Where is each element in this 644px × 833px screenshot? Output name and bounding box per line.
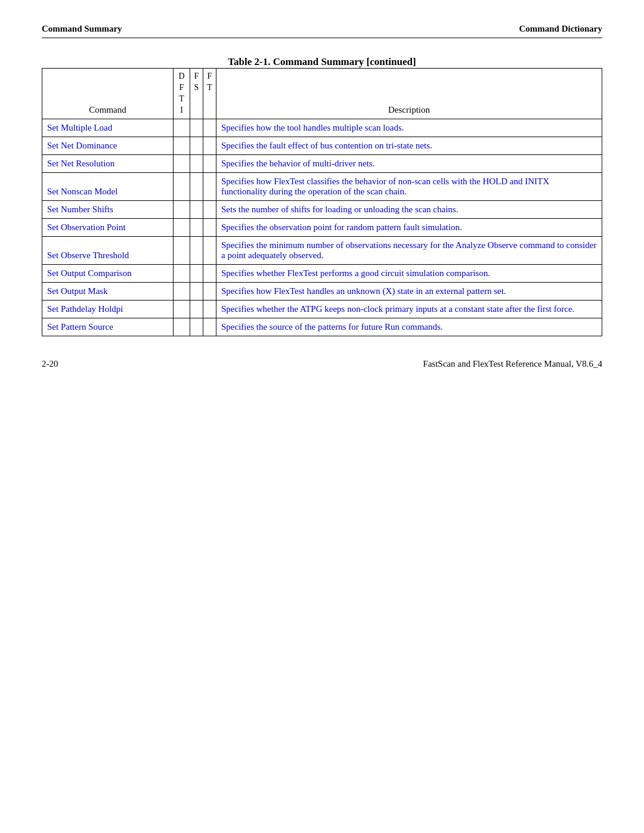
table-cell-command[interactable]: Set Output Comparison: [42, 264, 174, 282]
col-header-command: Command: [42, 69, 174, 119]
table-cell-fs: [190, 282, 203, 300]
table-cell-description: Specifies how the tool handles multiple …: [216, 119, 602, 137]
table-cell-fs: [190, 200, 203, 218]
table-cell-description: Specifies whether the ATPG keeps non-clo…: [216, 300, 602, 318]
table-cell-dftis: [174, 154, 190, 172]
table-cell-ft: [203, 154, 216, 172]
col-header-fs: FS: [190, 69, 203, 119]
table-row: Set Nonscan ModelSpecifies how FlexTest …: [42, 172, 602, 200]
table-row: Set Observation PointSpecifies the obser…: [42, 218, 602, 236]
table-row: Set Net DominanceSpecifies the fault eff…: [42, 137, 602, 154]
table-cell-ft: [203, 236, 216, 264]
table-row: Set Output MaskSpecifies how FlexTest ha…: [42, 282, 602, 300]
page: Command Summary Command Dictionary Table…: [0, 0, 644, 833]
table-cell-dftis: [174, 318, 190, 336]
table-cell-description: Specifies the minimum number of observat…: [216, 236, 602, 264]
page-header: Command Summary Command Dictionary: [42, 24, 602, 38]
table-cell-description: Specifies whether FlexTest performs a go…: [216, 264, 602, 282]
table-header-row: Command DFTI FS FT Description: [42, 69, 602, 119]
table-row: Set Net ResolutionSpecifies the behavior…: [42, 154, 602, 172]
header-left: Command Summary: [42, 24, 122, 34]
page-footer: 2-20 FastScan and FlexTest Reference Man…: [42, 354, 602, 369]
table-row: Set Observe ThresholdSpecifies the minim…: [42, 236, 602, 264]
table-cell-fs: [190, 264, 203, 282]
table-cell-command[interactable]: Set Observe Threshold: [42, 236, 174, 264]
table-row: Set Pathdelay HoldpiSpecifies whether th…: [42, 300, 602, 318]
table-cell-command[interactable]: Set Pathdelay Holdpi: [42, 300, 174, 318]
footer-page-number: 2-20: [42, 359, 58, 369]
table-cell-fs: [190, 119, 203, 137]
table-cell-fs: [190, 172, 203, 200]
table-cell-fs: [190, 236, 203, 264]
table-cell-description: Specifies the observation point for rand…: [216, 218, 602, 236]
table-cell-fs: [190, 318, 203, 336]
table-cell-ft: [203, 318, 216, 336]
table-cell-dftis: [174, 172, 190, 200]
header-right: Command Dictionary: [519, 24, 602, 34]
table-cell-fs: [190, 300, 203, 318]
table-row: Set Number ShiftsSets the number of shif…: [42, 200, 602, 218]
table-cell-dftis: [174, 137, 190, 154]
table-cell-fs: [190, 154, 203, 172]
table-cell-dftis: [174, 236, 190, 264]
table-cell-command[interactable]: Set Pattern Source: [42, 318, 174, 336]
table-cell-command[interactable]: Set Output Mask: [42, 282, 174, 300]
table-row: Set Pattern SourceSpecifies the source o…: [42, 318, 602, 336]
table-cell-command[interactable]: Set Net Dominance: [42, 137, 174, 154]
table-cell-ft: [203, 119, 216, 137]
table-cell-description: Sets the number of shifts for loading or…: [216, 200, 602, 218]
table-cell-command[interactable]: Set Number Shifts: [42, 200, 174, 218]
table-cell-fs: [190, 218, 203, 236]
table-cell-dftis: [174, 218, 190, 236]
table-row: Set Multiple LoadSpecifies how the tool …: [42, 119, 602, 137]
table-cell-command[interactable]: Set Nonscan Model: [42, 172, 174, 200]
table-row: Set Output ComparisonSpecifies whether F…: [42, 264, 602, 282]
table-cell-ft: [203, 172, 216, 200]
table-cell-ft: [203, 282, 216, 300]
table-cell-dftis: [174, 119, 190, 137]
table-cell-fs: [190, 137, 203, 154]
command-table: Command DFTI FS FT Description: [42, 68, 602, 336]
table-cell-ft: [203, 218, 216, 236]
table-cell-command[interactable]: Set Net Resolution: [42, 154, 174, 172]
table-cell-description: Specifies the fault effect of bus conten…: [216, 137, 602, 154]
table-cell-description: Specifies how FlexTest handles an unknow…: [216, 282, 602, 300]
table-cell-ft: [203, 137, 216, 154]
col-header-dftis: DFTI: [174, 69, 190, 119]
table-cell-ft: [203, 264, 216, 282]
col-header-description: Description: [216, 69, 602, 119]
table-cell-description: Specifies how FlexTest classifies the be…: [216, 172, 602, 200]
table-cell-ft: [203, 300, 216, 318]
table-cell-dftis: [174, 200, 190, 218]
table-cell-command[interactable]: Set Observation Point: [42, 218, 174, 236]
table-cell-dftis: [174, 282, 190, 300]
table-body: Set Multiple LoadSpecifies how the tool …: [42, 119, 602, 336]
table-title: Table 2-1. Command Summary [continued]: [42, 56, 602, 68]
table-cell-description: Specifies the source of the patterns for…: [216, 318, 602, 336]
table-cell-dftis: [174, 264, 190, 282]
table-cell-ft: [203, 200, 216, 218]
col-header-ft: FT: [203, 69, 216, 119]
table-cell-command[interactable]: Set Multiple Load: [42, 119, 174, 137]
table-cell-description: Specifies the behavior of multi-driver n…: [216, 154, 602, 172]
table-cell-dftis: [174, 300, 190, 318]
footer-manual-title: FastScan and FlexTest Reference Manual, …: [423, 359, 602, 369]
